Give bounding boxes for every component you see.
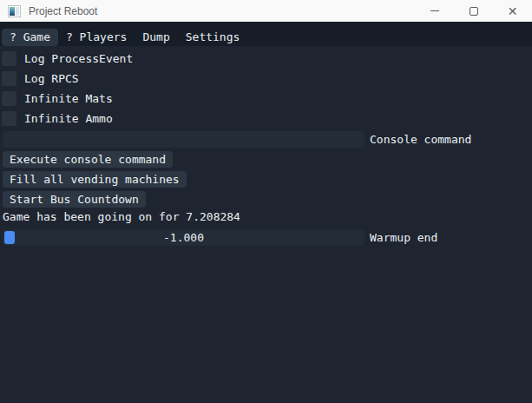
checkbox-label: Log ProcessEvent	[24, 51, 133, 66]
fill-vending-machines-button[interactable]: Fill all vending machines	[3, 171, 187, 188]
checkbox-row-infinite-mats[interactable]: Infinite Mats	[2, 91, 532, 106]
maximize-icon	[470, 7, 478, 16]
button-row: Start Bus Countdown	[2, 191, 532, 208]
checkbox-infinite-ammo[interactable]	[2, 111, 16, 126]
checkbox-row-log-processevent[interactable]: Log ProcessEvent	[2, 51, 532, 66]
checkbox-infinite-mats[interactable]	[2, 91, 16, 106]
minimize-icon	[430, 10, 439, 11]
maximize-button[interactable]	[454, 0, 493, 22]
titlebar: Project Reboot ✕	[0, 0, 532, 22]
checkbox-log-rpcs[interactable]	[2, 71, 16, 86]
checkbox-label: Log RPCS	[24, 71, 79, 86]
checkbox-row-log-rpcs[interactable]: Log RPCS	[2, 71, 532, 86]
button-row: Execute console command	[2, 151, 532, 168]
slider-value: -1.000	[3, 229, 365, 246]
checkbox-label: Infinite Mats	[24, 91, 113, 106]
execute-console-command-button[interactable]: Execute console command	[3, 151, 173, 168]
console-command-input[interactable]	[3, 131, 365, 148]
window-controls: ✕	[415, 0, 532, 22]
project-reboot-window: Project Reboot ✕ ? Game ? Players Dump S…	[0, 0, 532, 403]
start-bus-countdown-button[interactable]: Start Bus Countdown	[3, 191, 146, 208]
close-icon: ✕	[508, 5, 518, 17]
menu-item-settings[interactable]: Settings	[178, 29, 248, 46]
app-icon	[8, 5, 21, 17]
button-row: Fill all vending machines	[2, 171, 532, 188]
console-command-row: Console command	[2, 131, 532, 148]
close-button[interactable]: ✕	[493, 0, 532, 22]
game-tab-content: Log ProcessEvent Log RPCS Infinite Mats …	[0, 46, 532, 246]
client-area: ? Game ? Players Dump Settings Log Proce…	[0, 22, 532, 403]
game-time-status: Game has been going on for 7.208284	[3, 211, 532, 224]
checkbox-row-infinite-ammo[interactable]: Infinite Ammo	[2, 111, 532, 126]
warmup-end-slider[interactable]: -1.000	[3, 229, 365, 246]
menu-item-dump[interactable]: Dump	[135, 29, 177, 46]
window-title: Project Reboot	[29, 5, 97, 17]
menu-item-players[interactable]: ? Players	[58, 29, 135, 46]
console-command-label: Console command	[370, 131, 471, 148]
warmup-end-row: -1.000 Warmup end	[2, 229, 532, 246]
warmup-end-label: Warmup end	[370, 229, 437, 246]
checkbox-label: Infinite Ammo	[24, 111, 113, 126]
menu-item-game[interactable]: ? Game	[2, 29, 58, 46]
checkbox-log-processevent[interactable]	[2, 51, 16, 66]
menubar: ? Game ? Players Dump Settings	[0, 22, 532, 46]
minimize-button[interactable]	[415, 0, 454, 22]
